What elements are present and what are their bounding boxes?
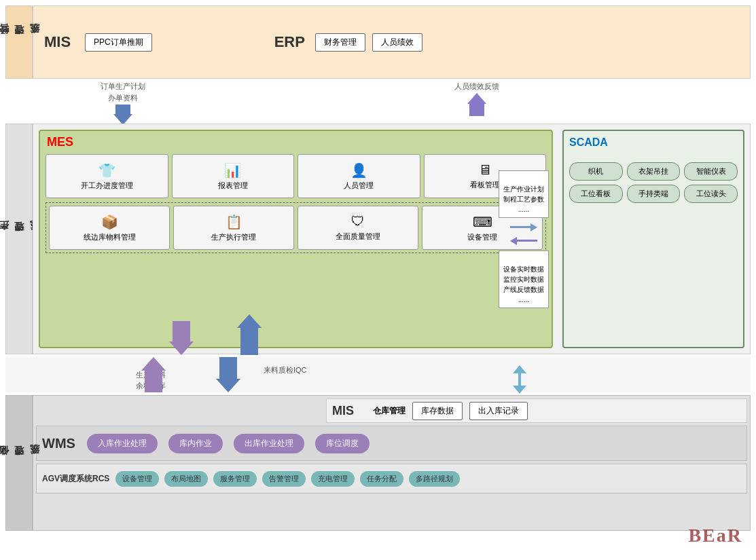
mes-box: MES 👕 开工办进度管理 📊 报表管理 👤 人员管理 xyxy=(39,130,553,348)
agv-row: AGV调度系统RCS 设备管理 布局地图 服务管理 告警管理 充电管理 任务分配… xyxy=(36,464,747,493)
arrow-left xyxy=(493,237,554,245)
monitor-icon: 🖥 xyxy=(478,162,492,178)
wms-outbound: 出库作业处理 xyxy=(234,434,304,453)
main-container: 经营 管理 系统 MIS PPC订单推期 ERP 财务管理 人员绩效 订单生产计… xyxy=(0,0,756,560)
inventory-data-box: 库存数据 xyxy=(412,402,463,420)
mis-bot-row: MIS 仓库管理 库存数据 出入库记录 xyxy=(326,398,747,423)
chart-icon: 📊 xyxy=(224,162,241,179)
ppc-box: PPC订单推期 xyxy=(85,33,152,52)
production-plan-box: 生产作业计划 制程工艺参数 ...... xyxy=(499,170,549,218)
mes-func-baobiao: 📊 报表管理 xyxy=(172,154,295,198)
big-arrow-up xyxy=(237,314,262,355)
box-icon: 📦 xyxy=(101,214,118,230)
agv-charge: 充电管理 xyxy=(311,471,355,487)
mes-func-production-exec: 📋 生产执行管理 xyxy=(173,206,294,250)
order-material-label: 办单资料 xyxy=(108,93,138,103)
agv-routing: 多路径规划 xyxy=(409,471,460,487)
agv-service: 服务管理 xyxy=(213,471,257,487)
scada-handheld: 手持类端 xyxy=(627,185,681,203)
mes-func-kaigong: 👕 开工办进度管理 xyxy=(46,154,168,198)
shirt-icon: 👕 xyxy=(98,162,115,179)
top-section: 经营 管理 系统 MIS PPC订单推期 ERP 财务管理 人员绩效 xyxy=(5,5,751,79)
wms-internal: 库内作业 xyxy=(168,434,223,453)
mis-bot-title: MIS xyxy=(332,404,366,418)
erp-func2: 人员绩效 xyxy=(372,33,422,52)
person-icon: 👤 xyxy=(350,162,367,179)
mid-section-content: MES 👕 开工办进度管理 📊 报表管理 👤 人员管理 xyxy=(33,124,751,354)
scada-title: SCADA xyxy=(569,136,738,149)
scada-row2: 工位看板 手持类端 工位读头 xyxy=(569,185,738,203)
scada-box: SCADA 织机 衣架吊挂 智能仪表 工位看板 手持类端 工位读头 xyxy=(562,130,744,348)
agv-device: 设备管理 xyxy=(115,471,159,487)
bot-section-content: MIS 仓库管理 库存数据 出入库记录 WMS 入库作业处理 库内作业 出库作业… xyxy=(33,395,751,531)
top-section-content: MIS PPC订单推期 ERP 财务管理 人员绩效 xyxy=(33,5,751,79)
checklist-icon: 📋 xyxy=(226,214,242,230)
wms-location: 库位调度 xyxy=(315,434,370,453)
erp-title: ERP xyxy=(274,33,308,51)
wms-row: WMS 入库作业处理 库内作业 出库作业处理 库位调度 xyxy=(36,426,747,461)
perf-feedback-label: 人员绩效反馈 xyxy=(454,81,499,92)
mid-section: 生产 管理 系统 MES 👕 开工办进度管理 📊 报表管理 👤 xyxy=(5,124,751,354)
teal-arrow xyxy=(513,365,526,394)
agv-alarm: 告警管理 xyxy=(262,471,306,487)
mis-block: MIS PPC订单推期 xyxy=(44,33,152,52)
shield-icon: 🛡 xyxy=(351,214,365,229)
mes-func-renyuan: 👤 人员管理 xyxy=(298,154,420,198)
scada-row1: 织机 衣架吊挂 智能仪表 xyxy=(569,162,738,181)
mes-dashed-row: 📦 线边库物料管理 📋 生产执行管理 🛡 全面质量管理 ⌨ 设备管理 xyxy=(46,202,546,253)
down-arrow-left xyxy=(113,105,132,125)
bot-section: 仓储 管理 系统 MIS 仓库管理 库存数据 出入库记录 WMS 入库作业处理 … xyxy=(5,395,751,531)
incoming-qc-label: 来料质检IQC xyxy=(264,365,307,375)
connector-row: 生产领料 余料退库 来料质检IQC xyxy=(5,357,751,392)
mes-func-linebin: 📦 线边库物料管理 xyxy=(49,206,170,250)
erp-func1: 财务管理 xyxy=(315,33,365,52)
scada-instrument: 智能仪表 xyxy=(684,162,738,181)
top-arrows-row: 订单生产计划 办单资料 人员绩效反馈 xyxy=(5,81,751,121)
wms-title: WMS xyxy=(42,436,76,451)
warehouse-label: 仓库管理 xyxy=(373,405,406,417)
agv-title: AGV调度系统RCS xyxy=(42,473,110,485)
keyboard-icon: ⌨ xyxy=(473,214,492,230)
agv-map: 布局地图 xyxy=(164,471,208,487)
mid-section-label: 生产 管理 系统 xyxy=(5,124,33,354)
scada-kanban: 工位看板 xyxy=(569,185,623,203)
scada-reader: 工位读头 xyxy=(684,185,738,203)
erp-block: ERP 财务管理 人员绩效 xyxy=(274,33,422,52)
mes-title: MES xyxy=(47,135,73,149)
agv-task: 任务分配 xyxy=(360,471,403,487)
mes-func-quality: 🛡 全面质量管理 xyxy=(298,206,418,250)
center-col: 生产作业计划 制程工艺参数 ...... 设备实时数据 监控实时数据 产线反馈数… xyxy=(493,130,554,348)
scada-yijia: 衣架吊挂 xyxy=(627,162,681,181)
bear-logo: BEaR xyxy=(688,525,742,546)
blue-arrow-mid xyxy=(216,357,240,392)
device-data-box: 设备实时数据 监控实时数据 产线反馈数据 ...... xyxy=(499,250,549,308)
wms-inbound: 入库作业处理 xyxy=(87,434,158,453)
bot-section-label: 仓储 管理 系统 xyxy=(5,395,33,531)
top-section-label: 经营 管理 系统 xyxy=(5,5,33,79)
order-plan-label: 订单生产计划 xyxy=(101,81,145,92)
purple-arrow-mid xyxy=(141,357,166,392)
scada-zhuji: 织机 xyxy=(569,162,623,181)
arrow-right xyxy=(493,223,554,231)
mis-title: MIS xyxy=(44,33,78,51)
purple-arrow-down xyxy=(169,321,194,355)
inout-record-box: 出入库记录 xyxy=(469,402,528,420)
